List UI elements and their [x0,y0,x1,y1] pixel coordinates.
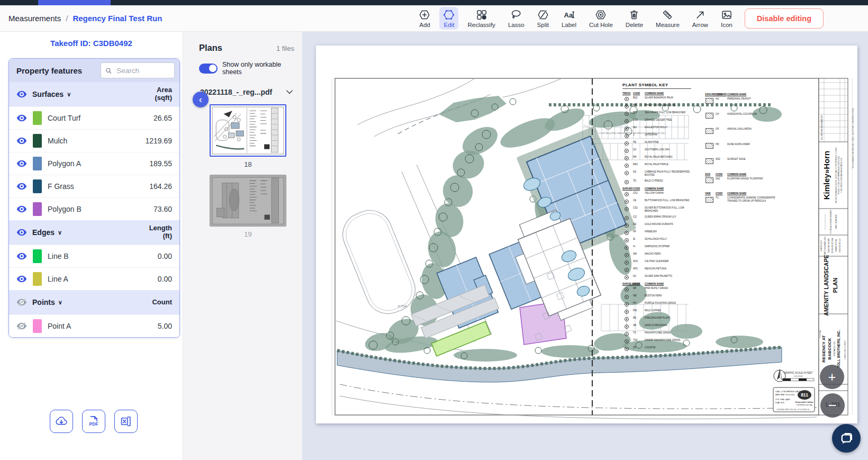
feature-value: 0.00 [158,252,172,260]
visibility-eye-icon[interactable] [16,183,27,190]
tool-split[interactable]: Split [534,7,553,30]
tool-add[interactable]: Add [415,7,434,30]
tool-reclassify[interactable]: Reclassify [464,7,499,30]
visibility-eye-icon[interactable] [16,252,27,260]
section-unit: Count [152,299,172,306]
tool-delete[interactable]: Delete [622,7,647,30]
svg-text:PLAN: PLAN [832,278,838,293]
plant-key-entry: TCCONFEDERATE JASMINE 'CONFEDERATE' TRAI… [705,196,779,203]
plant-key-entry: GPANNUAL GAILLARDIA [705,128,779,134]
disable-editing-button[interactable]: Disable editing [745,8,824,29]
tool-icon[interactable]: Icon [717,7,736,30]
feature-row[interactable]: Point A 5.00 [9,314,179,337]
visibility-eye-icon[interactable] [16,205,27,213]
collapse-sidebar-button[interactable]: ‹ [193,92,209,107]
feature-color-swatch[interactable] [33,319,42,333]
svg-text:SCALE AS SHOWN: SCALE AS SHOWN [828,238,830,253]
plant-symbol-icon [622,148,631,153]
feature-value: 26.65 [153,114,172,122]
feature-color-swatch[interactable] [33,111,42,125]
tool-edit[interactable]: Edit [439,7,458,30]
plant-key-entry: RRROYAL PALM MATCHING [622,156,697,160]
visibility-eye-icon[interactable] [16,275,27,283]
sheet-thumbnail-19[interactable]: 19 [210,175,286,238]
header: Measurements / Regency Final Test Run Ad… [0,5,868,32]
feature-row[interactable]: Mulch 1219.69 [9,129,179,152]
plant-key-entry: ZPCOONTIE [622,346,697,351]
plant-key-entry: QVSOUTHERN LIVE OAK [622,148,697,153]
plant-key-entry: HFFIREBUSH [622,230,697,235]
visibility-eye-off-icon[interactable] [16,322,27,330]
plan-canvas[interactable]: 4754 CODE REQUIRED LANDSCAPING SHOWN FOR… [302,32,868,460]
export-pdf-button[interactable] [82,410,105,433]
zoom-out-button[interactable]: − [820,393,845,418]
workable-sheets-toggle[interactable] [199,64,218,74]
visibility-eye-icon[interactable] [16,114,27,122]
feature-color-swatch[interactable] [33,249,42,263]
property-features-header: Property features [9,59,179,82]
svg-text:PREPARED FOR: PREPARED FOR [834,341,836,356]
visibility-eye-icon[interactable] [16,137,27,145]
plant-symbol-key: PLANT SYMBOL KEY TREESCODECOMMON NAME BS… [622,83,779,354]
svg-text:CHECKED BY JLD: CHECKED BY JLD [839,238,841,252]
feature-row[interactable]: F Grass 164.26 [9,175,179,197]
groundcover-hatch-icon [705,196,713,203]
feature-section-header[interactable]: Points∨ Count [9,290,179,314]
feature-section-header[interactable]: Surfaces∨ Area (sqft) [9,82,179,106]
plant-key-group-header: VINECODECOMMON NAME [705,192,779,195]
tool-measure[interactable]: Measure [652,7,683,30]
feature-color-swatch[interactable] [33,272,42,286]
centerline [340,384,817,409]
feature-row[interactable]: Court Turf 26.65 [9,106,179,129]
feature-section-header[interactable]: Edges∨ Length (ft) [9,220,179,245]
plant-symbol-icon [622,206,631,211]
svg-text:DATE NOVEMBER 2022: DATE NOVEMBER 2022 [824,237,826,255]
feature-color-swatch[interactable] [33,157,42,170]
lot-number: 4754 [397,304,407,309]
feature-search[interactable] [101,62,175,78]
plant-key-entry: SA2FLORATAM GRASS 'FLORATAM' [705,177,779,184]
download-button[interactable] [50,410,73,433]
zoom-in-button[interactable]: + [820,365,844,389]
plant-symbol-icon [622,331,631,336]
feature-row[interactable]: Line A 0.00 [9,267,179,290]
panel-title: Property features [16,66,96,75]
plant-symbol-icon [622,163,631,168]
chat-button[interactable] [832,424,861,453]
plant-symbol-icon [622,126,631,131]
sheet-thumbnail-18[interactable]: 18 [210,104,286,168]
tool-arrow[interactable]: Arrow [689,7,712,30]
plant-symbol-icon [622,96,631,101]
export-excel-button[interactable] [114,410,138,433]
progress-segment [38,0,111,5]
breadcrumb-root-link[interactable]: Measurements [8,14,61,23]
tool-label[interactable]: Label [558,7,580,30]
feature-row[interactable]: Polygon A 189.55 [9,152,179,175]
plus-icon: + [828,369,836,385]
takeoff-id: Takeoff ID: C3DB0492 [0,39,183,48]
svg-text:IT'S THE LAW!: IT'S THE LAW! [775,398,790,401]
thumbnail-page-number: 18 [210,160,286,168]
feature-value: 5.00 [158,322,172,330]
feature-value: 73.60 [153,205,172,213]
feature-color-swatch[interactable] [33,179,42,193]
search-input[interactable] [115,66,170,75]
visibility-eye-off-icon[interactable] [16,299,27,306]
visibility-eye-icon[interactable] [16,160,27,167]
plant-key-group-header: GROUND COVERSCODECOMMON NAME [705,93,779,96]
groundcover-hatch-icon [705,158,713,164]
project-name: REGENCY AT [821,335,826,363]
visibility-eye-icon[interactable] [16,229,27,236]
feature-color-swatch[interactable] [33,202,42,216]
svg-text:811: 811 [801,392,808,398]
feature-row[interactable]: Polygon B 73.60 [9,197,179,220]
tool-cut-hole[interactable]: Cut Hole [585,7,617,30]
plant-key-entry: MFPINK MUHLY GRASS [622,287,697,292]
feature-color-swatch[interactable] [33,134,42,148]
visibility-eye-icon[interactable] [16,91,27,98]
plant-symbol-icon [622,133,631,138]
tool-lasso[interactable]: Lasso [504,7,528,30]
plant-symbol-icon [622,111,631,116]
feature-row[interactable]: Line B 0.00 [9,245,179,267]
cloud-download-icon [55,414,68,428]
